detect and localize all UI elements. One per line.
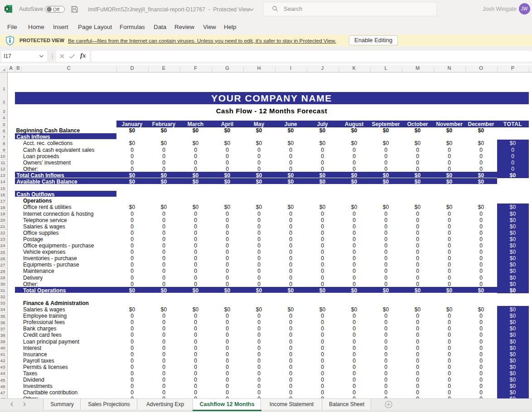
svg-text:X: X <box>5 6 9 11</box>
